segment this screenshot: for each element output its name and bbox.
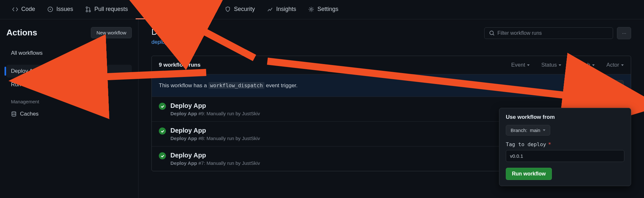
workflow-file-link[interactable]: deploy.yaml	[151, 39, 180, 45]
required-star-icon: *	[548, 141, 551, 147]
nav-projects-label: Projects	[192, 6, 213, 13]
branch-select[interactable]: Branch: main	[506, 125, 550, 136]
graph-icon	[267, 6, 273, 12]
popover-title: Use workflow from	[506, 114, 624, 120]
new-workflow-button[interactable]: New workflow	[91, 27, 132, 38]
kebab-icon: ⋯	[622, 31, 626, 36]
run-title: Deploy App	[170, 102, 260, 109]
nav-security-label: Security	[234, 6, 255, 13]
nav-insights-label: Insights	[276, 6, 296, 13]
pull-request-icon	[85, 6, 91, 12]
run-subtitle: Deploy App #8: Manually run by JustSkiv	[170, 136, 260, 141]
run-title: Deploy App	[170, 152, 260, 159]
dispatch-banner: This workflow has a workflow_dispatch ev…	[152, 74, 631, 97]
nav-code[interactable]: Code	[8, 0, 40, 19]
nav-actions[interactable]: Actions	[136, 0, 175, 19]
filter-status[interactable]: Status	[541, 62, 561, 68]
sidebar-item-label: All workflows	[11, 50, 43, 56]
more-button[interactable]: ⋯	[617, 27, 631, 39]
svg-point-7	[310, 8, 312, 10]
success-icon	[159, 127, 166, 135]
nav-code-label: Code	[21, 6, 35, 13]
svg-point-8	[12, 112, 16, 113]
tag-field-label: Tag to deploy *	[506, 141, 624, 147]
database-icon	[11, 111, 17, 117]
sidebar: Actions New workflow All workflows Deplo…	[0, 19, 139, 198]
repo-nav: Code Issues Pull requests Actions Projec…	[0, 0, 644, 19]
run-workflow-popover: Use workflow from Branch: main Tag to de…	[499, 108, 631, 186]
nav-pulls[interactable]: Pull requests	[81, 0, 132, 19]
nav-projects[interactable]: Projects	[178, 0, 217, 19]
tag-input[interactable]	[506, 150, 624, 162]
dispatch-text-suffix: event trigger.	[266, 82, 298, 89]
run-subtitle: Deploy App #7: Manually run by JustSkiv	[170, 160, 260, 166]
play-icon	[140, 6, 146, 12]
svg-point-4	[89, 10, 91, 12]
dispatch-text-prefix: This workflow has a	[159, 82, 208, 89]
nav-pulls-label: Pull requests	[94, 6, 128, 13]
shield-icon	[225, 6, 231, 12]
search-icon	[489, 30, 495, 36]
svg-point-9	[490, 31, 493, 34]
sidebar-title: Actions	[6, 28, 37, 38]
gear-icon	[308, 6, 314, 12]
nav-security[interactable]: Security	[220, 0, 259, 19]
page-title: Deploy App	[151, 27, 194, 37]
issues-icon	[47, 6, 53, 12]
sidebar-item-deploy-app[interactable]: Deploy App	[6, 65, 132, 78]
filter-runs-input[interactable]	[497, 30, 608, 36]
svg-point-3	[86, 10, 88, 12]
sidebar-item-label: Run Tests	[11, 81, 35, 88]
dispatch-code: workflow_dispatch	[208, 82, 264, 89]
chevron-down-icon	[543, 129, 545, 131]
sidebar-item-run-tests[interactable]: Run Tests	[6, 78, 132, 91]
run-workflow-dropdown-button[interactable]: Run workflow	[580, 80, 624, 91]
nav-settings[interactable]: Settings	[304, 0, 343, 19]
sidebar-item-caches[interactable]: Caches	[6, 108, 132, 120]
main-content: Deploy App deploy.yaml ⋯ 9 workflow runs…	[139, 19, 644, 198]
nav-issues-label: Issues	[56, 6, 73, 13]
runs-count: 9 workflow runs	[159, 62, 200, 68]
chevron-down-icon	[621, 64, 624, 66]
filter-actor[interactable]: Actor	[606, 62, 624, 68]
success-icon	[159, 152, 166, 159]
code-icon	[12, 6, 18, 12]
projects-icon	[183, 6, 188, 12]
run-title: Deploy App	[170, 127, 260, 134]
nav-issues[interactable]: Issues	[43, 0, 78, 19]
nav-settings-label: Settings	[317, 6, 338, 13]
sidebar-item-label: Deploy App	[11, 68, 39, 74]
filter-event[interactable]: Event	[511, 62, 530, 68]
run-workflow-submit-button[interactable]: Run workflow	[506, 168, 552, 180]
chevron-down-icon	[527, 64, 530, 66]
nav-insights[interactable]: Insights	[263, 0, 301, 19]
svg-point-2	[86, 7, 88, 8]
filter-branch[interactable]: Branch	[573, 62, 595, 68]
chevron-down-icon	[559, 64, 561, 66]
chevron-down-icon	[616, 85, 619, 86]
nav-actions-label: Actions	[149, 6, 170, 13]
filter-input-wrap[interactable]	[484, 27, 613, 39]
sidebar-item-label: Caches	[20, 111, 39, 117]
sidebar-section-management: Management	[6, 92, 132, 108]
run-subtitle: Deploy App #9: Manually run by JustSkiv	[170, 111, 260, 116]
svg-point-1	[50, 9, 51, 10]
success-icon	[159, 103, 166, 110]
sidebar-all-workflows[interactable]: All workflows	[6, 47, 132, 60]
chevron-down-icon	[592, 64, 595, 66]
